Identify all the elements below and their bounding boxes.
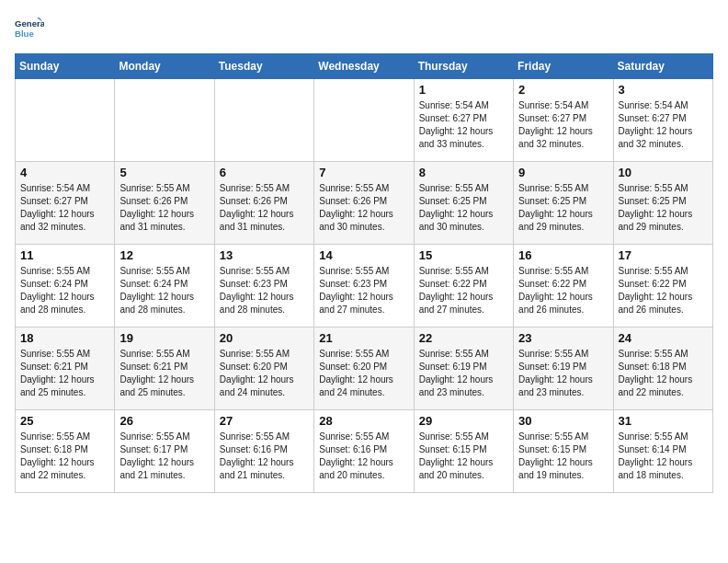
day-info: Sunrise: 5:55 AM Sunset: 6:16 PM Dayligh…	[319, 431, 408, 482]
day-info: Sunrise: 5:54 AM Sunset: 6:27 PM Dayligh…	[619, 99, 708, 151]
day-number: 6	[220, 166, 309, 179]
day-info: Sunrise: 5:55 AM Sunset: 6:15 PM Dayligh…	[419, 431, 508, 482]
weekday-header-row: SundayMondayTuesdayWednesdayThursdayFrid…	[16, 54, 713, 79]
day-info: Sunrise: 5:55 AM Sunset: 6:18 PM Dayligh…	[20, 431, 109, 482]
day-number: 24	[619, 331, 708, 345]
day-info: Sunrise: 5:55 AM Sunset: 6:18 PM Dayligh…	[619, 348, 708, 399]
day-number: 31	[619, 414, 708, 428]
calendar-cell: 8Sunrise: 5:55 AM Sunset: 6:25 PM Daylig…	[414, 162, 513, 245]
day-number: 28	[319, 414, 408, 428]
day-info: Sunrise: 5:55 AM Sunset: 6:19 PM Dayligh…	[518, 348, 608, 399]
calendar-cell: 5Sunrise: 5:55 AM Sunset: 6:26 PM Daylig…	[115, 162, 214, 245]
calendar-cell: 28Sunrise: 5:55 AM Sunset: 6:16 PM Dayli…	[314, 410, 414, 493]
calendar-cell: 27Sunrise: 5:55 AM Sunset: 6:16 PM Dayli…	[214, 410, 313, 493]
day-number: 26	[119, 414, 209, 428]
calendar-cell: 3Sunrise: 5:54 AM Sunset: 6:27 PM Daylig…	[613, 79, 712, 162]
calendar-week-1: 1Sunrise: 5:54 AM Sunset: 6:27 PM Daylig…	[16, 79, 713, 162]
day-info: Sunrise: 5:55 AM Sunset: 6:17 PM Dayligh…	[119, 431, 209, 482]
day-number: 17	[619, 248, 708, 262]
day-number: 19	[119, 331, 209, 345]
calendar-cell: 30Sunrise: 5:55 AM Sunset: 6:15 PM Dayli…	[514, 410, 613, 493]
day-info: Sunrise: 5:55 AM Sunset: 6:21 PM Dayligh…	[119, 348, 209, 399]
calendar-cell: 15Sunrise: 5:55 AM Sunset: 6:22 PM Dayli…	[414, 245, 513, 327]
calendar-cell: 18Sunrise: 5:55 AM Sunset: 6:21 PM Dayli…	[16, 327, 115, 410]
day-number: 2	[518, 83, 608, 97]
calendar-cell	[115, 79, 214, 162]
weekday-header-monday: Monday	[115, 54, 214, 79]
calendar-cell: 16Sunrise: 5:55 AM Sunset: 6:22 PM Dayli…	[514, 245, 613, 327]
day-info: Sunrise: 5:55 AM Sunset: 6:24 PM Dayligh…	[119, 265, 209, 316]
calendar-cell	[16, 79, 115, 162]
calendar-cell: 23Sunrise: 5:55 AM Sunset: 6:19 PM Dayli…	[514, 327, 613, 410]
calendar-cell: 1Sunrise: 5:54 AM Sunset: 6:27 PM Daylig…	[414, 79, 513, 162]
day-number: 9	[518, 166, 608, 179]
day-info: Sunrise: 5:55 AM Sunset: 6:14 PM Dayligh…	[619, 431, 708, 482]
calendar-cell: 7Sunrise: 5:55 AM Sunset: 6:26 PM Daylig…	[314, 162, 414, 245]
svg-text:Blue: Blue	[15, 29, 34, 39]
day-number: 16	[518, 248, 608, 262]
calendar-cell: 20Sunrise: 5:55 AM Sunset: 6:20 PM Dayli…	[214, 327, 313, 410]
day-info: Sunrise: 5:55 AM Sunset: 6:26 PM Dayligh…	[119, 182, 209, 234]
calendar-cell: 22Sunrise: 5:55 AM Sunset: 6:19 PM Dayli…	[414, 327, 513, 410]
day-number: 13	[220, 248, 309, 262]
day-number: 10	[619, 166, 708, 179]
calendar-cell: 25Sunrise: 5:55 AM Sunset: 6:18 PM Dayli…	[16, 410, 115, 493]
day-info: Sunrise: 5:55 AM Sunset: 6:23 PM Dayligh…	[319, 265, 408, 316]
day-info: Sunrise: 5:55 AM Sunset: 6:23 PM Dayligh…	[220, 265, 309, 316]
calendar-cell: 24Sunrise: 5:55 AM Sunset: 6:18 PM Dayli…	[613, 327, 712, 410]
calendar-table: SundayMondayTuesdayWednesdayThursdayFrid…	[15, 53, 713, 493]
page-header: General Blue	[15, 15, 713, 44]
weekday-header-thursday: Thursday	[414, 54, 513, 79]
day-info: Sunrise: 5:55 AM Sunset: 6:26 PM Dayligh…	[319, 182, 408, 234]
calendar-cell: 14Sunrise: 5:55 AM Sunset: 6:23 PM Dayli…	[314, 245, 414, 327]
calendar-week-2: 4Sunrise: 5:54 AM Sunset: 6:27 PM Daylig…	[16, 162, 713, 245]
day-info: Sunrise: 5:55 AM Sunset: 6:26 PM Dayligh…	[220, 182, 309, 234]
day-number: 29	[419, 414, 508, 428]
day-number: 21	[319, 331, 408, 345]
calendar-week-3: 11Sunrise: 5:55 AM Sunset: 6:24 PM Dayli…	[16, 245, 713, 327]
day-info: Sunrise: 5:55 AM Sunset: 6:16 PM Dayligh…	[220, 431, 309, 482]
calendar-cell: 13Sunrise: 5:55 AM Sunset: 6:23 PM Dayli…	[214, 245, 313, 327]
day-number: 11	[20, 248, 109, 262]
calendar-cell: 6Sunrise: 5:55 AM Sunset: 6:26 PM Daylig…	[214, 162, 313, 245]
day-info: Sunrise: 5:55 AM Sunset: 6:22 PM Dayligh…	[419, 265, 508, 316]
day-number: 18	[20, 331, 109, 345]
calendar-week-5: 25Sunrise: 5:55 AM Sunset: 6:18 PM Dayli…	[16, 410, 713, 493]
logo: General Blue	[15, 15, 44, 44]
calendar-cell: 19Sunrise: 5:55 AM Sunset: 6:21 PM Dayli…	[115, 327, 214, 410]
day-number: 23	[518, 331, 608, 345]
day-info: Sunrise: 5:55 AM Sunset: 6:21 PM Dayligh…	[20, 348, 109, 399]
calendar-cell: 11Sunrise: 5:55 AM Sunset: 6:24 PM Dayli…	[16, 245, 115, 327]
day-number: 25	[20, 414, 109, 428]
day-info: Sunrise: 5:55 AM Sunset: 6:24 PM Dayligh…	[20, 265, 109, 316]
logo-icon: General Blue	[15, 15, 44, 44]
calendar-cell: 2Sunrise: 5:54 AM Sunset: 6:27 PM Daylig…	[514, 79, 613, 162]
day-number: 27	[220, 414, 309, 428]
calendar-cell	[214, 79, 313, 162]
day-info: Sunrise: 5:54 AM Sunset: 6:27 PM Dayligh…	[419, 99, 508, 151]
weekday-header-sunday: Sunday	[16, 54, 115, 79]
calendar-cell: 4Sunrise: 5:54 AM Sunset: 6:27 PM Daylig…	[16, 162, 115, 245]
weekday-header-wednesday: Wednesday	[314, 54, 414, 79]
calendar-cell: 21Sunrise: 5:55 AM Sunset: 6:20 PM Dayli…	[314, 327, 414, 410]
day-info: Sunrise: 5:54 AM Sunset: 6:27 PM Dayligh…	[518, 99, 608, 151]
day-number: 7	[319, 166, 408, 179]
day-info: Sunrise: 5:55 AM Sunset: 6:20 PM Dayligh…	[220, 348, 309, 399]
day-info: Sunrise: 5:55 AM Sunset: 6:22 PM Dayligh…	[518, 265, 608, 316]
day-number: 12	[119, 248, 209, 262]
calendar-cell: 29Sunrise: 5:55 AM Sunset: 6:15 PM Dayli…	[414, 410, 513, 493]
day-number: 30	[518, 414, 608, 428]
calendar-week-4: 18Sunrise: 5:55 AM Sunset: 6:21 PM Dayli…	[16, 327, 713, 410]
day-info: Sunrise: 5:55 AM Sunset: 6:19 PM Dayligh…	[419, 348, 508, 399]
day-number: 8	[419, 166, 508, 179]
day-info: Sunrise: 5:55 AM Sunset: 6:25 PM Dayligh…	[518, 182, 608, 234]
calendar-cell	[314, 79, 414, 162]
day-number: 5	[119, 166, 209, 179]
day-number: 1	[419, 83, 508, 97]
weekday-header-tuesday: Tuesday	[214, 54, 313, 79]
day-info: Sunrise: 5:55 AM Sunset: 6:25 PM Dayligh…	[419, 182, 508, 234]
calendar-cell: 12Sunrise: 5:55 AM Sunset: 6:24 PM Dayli…	[115, 245, 214, 327]
day-info: Sunrise: 5:55 AM Sunset: 6:22 PM Dayligh…	[619, 265, 708, 316]
day-number: 20	[220, 331, 309, 345]
weekday-header-saturday: Saturday	[613, 54, 712, 79]
